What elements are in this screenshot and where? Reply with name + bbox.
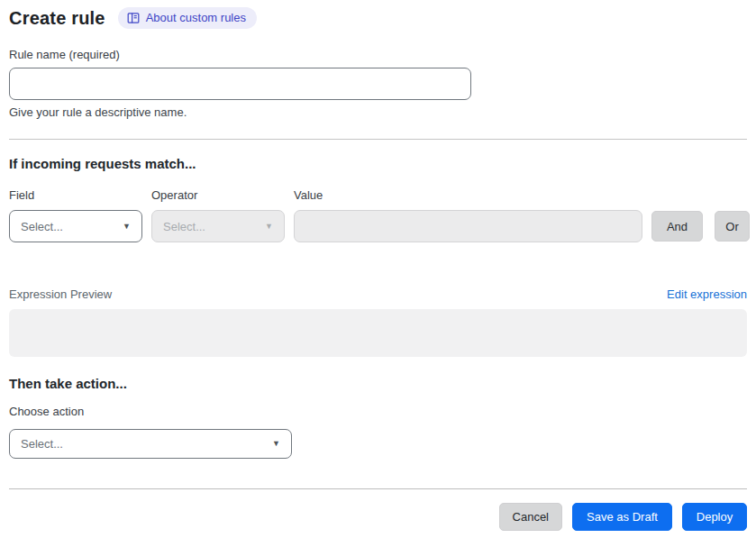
chevron-down-icon: ▼ <box>265 223 273 231</box>
operator-label: Operator <box>151 188 285 202</box>
choose-action-select-value: Select... <box>21 437 63 451</box>
chevron-down-icon: ▼ <box>272 440 280 448</box>
and-button[interactable]: And <box>651 211 703 242</box>
footer-divider <box>9 488 747 489</box>
page-header: Create rule About custom rules <box>9 7 747 29</box>
expression-preview-box <box>9 309 747 357</box>
choose-action-label: Choose action <box>9 405 747 418</box>
match-controls-row: Select... ▼ Select... ▼ And Or <box>9 210 747 242</box>
rule-name-label: Rule name (required) <box>9 48 747 61</box>
section-divider-top <box>9 139 747 140</box>
operator-select-value: Select... <box>163 220 205 233</box>
choose-action-select[interactable]: Select... ▼ <box>9 429 292 459</box>
save-as-draft-button[interactable]: Save as Draft <box>572 503 672 531</box>
expression-preview-label: Expression Preview <box>9 287 112 301</box>
rule-name-section: Rule name (required) Give your rule a de… <box>9 48 747 119</box>
value-input[interactable] <box>294 210 642 242</box>
rule-name-input[interactable] <box>9 68 471 100</box>
about-custom-rules-link[interactable]: About custom rules <box>118 7 257 29</box>
create-rule-page: Create rule About custom rules Rule name… <box>0 0 756 531</box>
action-section-heading: Then take action... <box>9 376 747 391</box>
deploy-button[interactable]: Deploy <box>682 503 747 531</box>
page-title: Create rule <box>9 8 105 29</box>
edit-expression-link[interactable]: Edit expression <box>667 287 747 301</box>
expression-preview-header: Expression Preview Edit expression <box>9 287 747 301</box>
value-label: Value <box>294 188 642 202</box>
rule-name-helper: Give your rule a descriptive name. <box>9 105 747 119</box>
field-label: Field <box>9 188 142 202</box>
match-section-heading: If incoming requests match... <box>9 156 747 171</box>
about-custom-rules-label: About custom rules <box>146 11 246 24</box>
field-select-value: Select... <box>21 220 63 233</box>
chevron-down-icon: ▼ <box>123 223 131 231</box>
footer-actions: Cancel Save as Draft Deploy <box>9 503 747 531</box>
match-labels-row: Field Operator Value <box>9 188 747 202</box>
or-button[interactable]: Or <box>715 211 750 242</box>
operator-select[interactable]: Select... ▼ <box>151 210 285 242</box>
book-icon <box>127 12 140 24</box>
field-select[interactable]: Select... ▼ <box>9 210 142 242</box>
cancel-button[interactable]: Cancel <box>499 503 562 531</box>
